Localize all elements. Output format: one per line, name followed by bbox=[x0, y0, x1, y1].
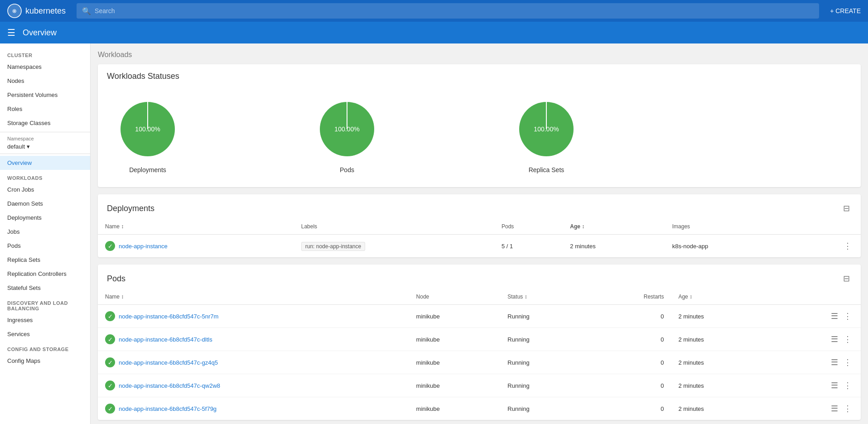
deployments-col-actions bbox=[794, 219, 861, 235]
svg-text:100.00%: 100.00% bbox=[534, 125, 559, 133]
status-ok-icon: ✓ bbox=[105, 241, 115, 251]
deployments-label: Deployments bbox=[129, 166, 166, 173]
status-ok-icon: ✓ bbox=[105, 404, 115, 414]
pods-col-restarts: Restarts bbox=[588, 289, 671, 305]
namespace-select[interactable]: default ▾ bbox=[7, 143, 83, 150]
sub-header: ☰ Overview bbox=[0, 22, 868, 43]
list-icon[interactable]: ☰ bbox=[829, 402, 840, 415]
config-section-label: Config and Storage bbox=[0, 341, 90, 354]
replica-sets-label: Replica Sets bbox=[529, 166, 564, 173]
main-content: Workloads Workloads Statuses 100.00% Dep… bbox=[91, 43, 868, 424]
sidebar-item-config-maps[interactable]: Config Maps bbox=[0, 354, 90, 368]
more-vert-icon[interactable]: ⋮ bbox=[842, 379, 854, 392]
namespace-label: Namespace bbox=[7, 136, 83, 141]
kubernetes-logo-icon: ⎈ bbox=[7, 4, 22, 18]
list-icon[interactable]: ☰ bbox=[829, 332, 840, 346]
pod-name-link[interactable]: node-app-instance-6b8cfd547c-gz4q5 bbox=[119, 359, 218, 366]
label-chip: run: node-app-instance bbox=[301, 242, 365, 251]
pods-col-status[interactable]: Status ↕ bbox=[500, 289, 588, 305]
replica-sets-chart: 100.00% Replica Sets bbox=[515, 97, 578, 173]
deployments-table: Name ↕ Labels Pods Age ↕ Images ✓ node-a… bbox=[98, 219, 861, 257]
pods-label: Pods bbox=[340, 166, 354, 173]
list-icon[interactable]: ☰ bbox=[829, 379, 840, 392]
page-title: Workloads bbox=[98, 51, 861, 59]
workload-statuses-card: Workloads Statuses 100.00% Deployments bbox=[98, 64, 861, 187]
sidebar-item-namespaces[interactable]: Namespaces bbox=[0, 60, 90, 74]
status-ok-icon: ✓ bbox=[105, 334, 115, 344]
pods-chart: 100.00% Pods bbox=[315, 97, 379, 173]
list-icon[interactable]: ☰ bbox=[829, 309, 840, 323]
app-title: kubernetes bbox=[25, 6, 66, 16]
sidebar-item-jobs[interactable]: Jobs bbox=[0, 225, 90, 239]
list-icon[interactable]: ☰ bbox=[829, 356, 840, 369]
sidebar-item-replication-controllers[interactable]: Replication Controllers bbox=[0, 267, 90, 281]
status-ok-icon: ✓ bbox=[105, 381, 115, 390]
pod-name-link[interactable]: node-app-instance-6b8cfd547c-5nr7m bbox=[119, 313, 218, 320]
pod-name-link[interactable]: node-app-instance-6b8cfd547c-5f79g bbox=[119, 405, 217, 412]
status-ok-icon: ✓ bbox=[105, 311, 115, 321]
pods-col-age[interactable]: Age ↕ bbox=[671, 289, 767, 305]
pods-card: Pods ⊟ Name ↕ Node Status ↕ Restarts Age… bbox=[98, 265, 861, 420]
pods-col-name[interactable]: Name ↕ bbox=[98, 289, 409, 305]
sidebar-item-ingresses[interactable]: Ingresses bbox=[0, 313, 90, 327]
top-nav: ⎈ kubernetes 🔍 + CREATE bbox=[0, 0, 868, 22]
sidebar-item-daemon-sets[interactable]: Daemon Sets bbox=[0, 197, 90, 211]
pod-name-link[interactable]: node-app-instance-6b8cfd547c-dltls bbox=[119, 336, 212, 343]
sidebar-item-deployments[interactable]: Deployments bbox=[0, 211, 90, 225]
more-vert-icon[interactable]: ⋮ bbox=[842, 332, 854, 346]
deployments-col-labels: Labels bbox=[294, 219, 494, 235]
chevron-down-icon: ▾ bbox=[27, 143, 30, 150]
deployment-name-link[interactable]: node-app-instance bbox=[119, 243, 168, 250]
logo: ⎈ kubernetes bbox=[7, 4, 66, 18]
sidebar-item-replica-sets[interactable]: Replica Sets bbox=[0, 253, 90, 267]
more-vert-icon[interactable]: ⋮ bbox=[842, 309, 854, 323]
sidebar-item-pods[interactable]: Pods bbox=[0, 239, 90, 253]
sidebar-item-cron-jobs[interactable]: Cron Jobs bbox=[0, 183, 90, 197]
search-bar: 🔍 bbox=[77, 3, 819, 19]
deployments-col-age[interactable]: Age ↕ bbox=[563, 219, 665, 235]
search-input[interactable] bbox=[95, 7, 814, 14]
more-vert-icon[interactable]: ⋮ bbox=[842, 239, 854, 253]
more-vert-icon[interactable]: ⋮ bbox=[842, 356, 854, 369]
replica-sets-pie-chart: 100.00% bbox=[515, 97, 578, 161]
cluster-section-label: Cluster bbox=[0, 47, 90, 60]
deployments-col-name[interactable]: Name ↕ bbox=[98, 219, 294, 235]
svg-text:⎈: ⎈ bbox=[12, 7, 17, 14]
sidebar-item-overview[interactable]: Overview bbox=[0, 156, 90, 170]
table-row: ✓ node-app-instance-6b8cfd547c-gz4q5 min… bbox=[98, 351, 861, 374]
deployments-header: Deployments ⊟ bbox=[98, 194, 861, 219]
svg-text:100.00%: 100.00% bbox=[334, 125, 359, 133]
deployments-card: Deployments ⊟ Name ↕ Labels Pods Age ↕ I… bbox=[98, 194, 861, 257]
table-row: ✓ node-app-instance-6b8cfd547c-5nr7m min… bbox=[98, 305, 861, 328]
workload-statuses-title: Workloads Statuses bbox=[98, 64, 861, 88]
search-icon: 🔍 bbox=[82, 7, 91, 15]
pods-filter-button[interactable]: ⊟ bbox=[841, 272, 852, 285]
workloads-section-label: Workloads bbox=[0, 170, 90, 183]
sidebar-item-stateful-sets[interactable]: Stateful Sets bbox=[0, 281, 90, 295]
sidebar: Cluster Namespaces Nodes Persistent Volu… bbox=[0, 43, 91, 424]
sidebar-item-persistent-volumes[interactable]: Persistent Volumes bbox=[0, 88, 90, 102]
deployments-chart: 100.00% Deployments bbox=[116, 97, 179, 173]
sidebar-item-services[interactable]: Services bbox=[0, 327, 90, 341]
deployments-filter-button[interactable]: ⊟ bbox=[841, 202, 852, 215]
create-button[interactable]: + CREATE bbox=[830, 7, 861, 14]
pods-col-node: Node bbox=[409, 289, 501, 305]
sidebar-item-nodes[interactable]: Nodes bbox=[0, 74, 90, 88]
svg-text:100.00%: 100.00% bbox=[135, 125, 160, 133]
table-row: ✓ node-app-instance-6b8cfd547c-dltls min… bbox=[98, 328, 861, 351]
deployments-col-pods: Pods bbox=[494, 219, 563, 235]
deployments-pie-chart: 100.00% bbox=[116, 97, 179, 161]
deployments-section-title: Deployments bbox=[107, 204, 154, 213]
sidebar-item-storage-classes[interactable]: Storage Classes bbox=[0, 116, 90, 130]
menu-icon[interactable]: ☰ bbox=[7, 27, 15, 38]
workload-statuses-charts: 100.00% Deployments 100.00% Pods bbox=[98, 88, 861, 187]
main-layout: Cluster Namespaces Nodes Persistent Volu… bbox=[0, 43, 868, 424]
more-vert-icon[interactable]: ⋮ bbox=[842, 402, 854, 415]
pods-table: Name ↕ Node Status ↕ Restarts Age ↕ ✓ no… bbox=[98, 289, 861, 420]
pods-section-title: Pods bbox=[107, 274, 125, 284]
table-row: ✓ node-app-instance-6b8cfd547c-qw2w8 min… bbox=[98, 374, 861, 397]
pod-name-link[interactable]: node-app-instance-6b8cfd547c-qw2w8 bbox=[119, 382, 220, 389]
pods-header: Pods ⊟ bbox=[98, 265, 861, 289]
sub-header-title: Overview bbox=[23, 28, 57, 38]
sidebar-item-roles[interactable]: Roles bbox=[0, 102, 90, 116]
